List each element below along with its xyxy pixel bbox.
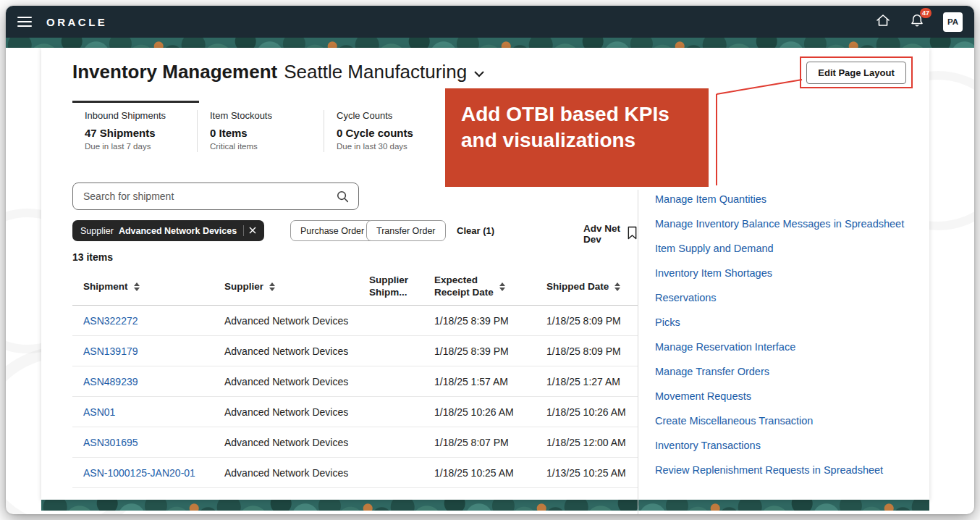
column-header-expected-receipt-date: Expected Receipt Date xyxy=(434,274,546,298)
page-title-main: Inventory Management xyxy=(72,61,277,83)
saved-search-label: Adv Net Dev xyxy=(583,223,620,245)
kpi-subtext: Due in last 30 days xyxy=(337,142,413,151)
expected-date-cell: 1/18/25 8:39 PM xyxy=(434,345,546,357)
task-link-inventory-item-shortages[interactable]: Inventory Item Shortages xyxy=(655,268,923,279)
table-header-row: Shipment Supplier Supplier Shipm... xyxy=(72,268,638,306)
sort-icon[interactable] xyxy=(499,282,505,291)
table-row: ASN01 Advanced Network Devices 1/18/25 1… xyxy=(72,397,638,427)
kpi-divider xyxy=(324,110,324,152)
shipment-search xyxy=(72,183,359,210)
column-header-supplier: Supplier xyxy=(224,281,369,292)
results-count: 13 items xyxy=(72,251,113,263)
filter-chip-supplier[interactable]: Supplier Advanced Network Devices xyxy=(72,220,264,241)
shipped-date-cell: 1/13/25 10:25 AM xyxy=(546,467,638,479)
kpi-subtext: Due in last 7 days xyxy=(85,142,166,151)
panel-divider xyxy=(638,190,638,514)
clear-filters-button[interactable]: Clear (1) xyxy=(457,225,494,236)
search-icon[interactable] xyxy=(336,190,350,206)
expected-date-cell: 1/18/25 10:25 AM xyxy=(434,467,546,479)
task-link-review-replenishment-requests[interactable]: Review Replenishment Requests in Spreads… xyxy=(655,465,923,476)
filter-chip-transfer-order[interactable]: Transfer Order xyxy=(366,220,446,241)
saved-search[interactable]: Adv Net Dev xyxy=(583,223,638,245)
global-header: ORACLE 47 PA xyxy=(6,6,974,38)
screenshot-stage: ORACLE 47 PA xyxy=(0,0,980,520)
task-link-manage-item-quantities[interactable]: Manage Item Quantities xyxy=(655,194,923,205)
shipment-link[interactable]: ASN301695 xyxy=(83,437,138,448)
task-link-manage-inventory-balance-messages[interactable]: Manage Inventory Balance Messages in Spr… xyxy=(655,219,923,230)
supplier-cell: Advanced Network Devices xyxy=(224,376,369,387)
table-row: ASN-1000125-JAN20-01 Advanced Network De… xyxy=(72,458,638,488)
shipment-link[interactable]: ASN322272 xyxy=(83,315,138,327)
sort-icon[interactable] xyxy=(269,282,275,291)
filter-chip-purchase-order[interactable]: Purchase Order xyxy=(290,220,374,241)
bookmark-icon[interactable] xyxy=(627,226,638,243)
hamburger-menu-icon[interactable] xyxy=(17,17,32,27)
column-header-shipment: Shipment xyxy=(83,281,224,292)
expected-date-cell: 1/18/25 1:57 AM xyxy=(434,376,546,387)
home-icon xyxy=(875,13,891,30)
home-button[interactable] xyxy=(875,13,891,30)
kpi-value: 0 Items xyxy=(210,127,272,139)
user-avatar[interactable]: PA xyxy=(943,12,963,32)
app-window: ORACLE 47 PA xyxy=(6,6,974,514)
table-row: ASN301695 Advanced Network Devices 1/18/… xyxy=(72,427,638,458)
shipped-date-cell: 1/18/25 8:09 PM xyxy=(546,315,638,327)
content-card: Inventory Management Seattle Manufacturi… xyxy=(41,48,929,500)
decorative-banner-top xyxy=(6,38,974,48)
notification-badge: 47 xyxy=(920,8,932,18)
notifications-button[interactable]: 47 xyxy=(910,13,924,30)
supplier-cell: Advanced Network Devices xyxy=(224,437,369,448)
task-link-inventory-transactions[interactable]: Inventory Transactions xyxy=(655,440,923,451)
shipment-link[interactable]: ASN489239 xyxy=(83,376,138,387)
task-link-item-supply-and-demand[interactable]: Item Supply and Demand xyxy=(655,243,923,254)
chip-divider xyxy=(243,225,244,236)
kpi-item-stockouts[interactable]: Item Stockouts 0 Items Critical items xyxy=(210,110,272,151)
chevron-down-icon xyxy=(473,61,485,83)
kpi-value: 0 Cycle counts xyxy=(337,127,413,139)
task-link-picks[interactable]: Picks xyxy=(655,317,923,328)
task-link-reservations[interactable]: Reservations xyxy=(655,293,923,303)
shipped-date-cell: 1/18/25 1:27 AM xyxy=(546,376,638,387)
annotation-line1: Add OTBI based KPIs xyxy=(461,101,693,127)
page-title[interactable]: Inventory Management Seattle Manufacturi… xyxy=(72,61,485,83)
annotation-highlight-rect: Edit Page Layout xyxy=(800,56,913,88)
shipment-link[interactable]: ASN-1000125-JAN20-01 xyxy=(83,467,195,479)
kpi-cycle-counts[interactable]: Cycle Counts 0 Cycle counts Due in last … xyxy=(337,110,413,151)
table-row: ASN489239 Advanced Network Devices 1/18/… xyxy=(72,366,638,397)
column-header-supplier-shipment: Supplier Shipm... xyxy=(369,274,434,298)
task-link-manage-transfer-orders[interactable]: Manage Transfer Orders xyxy=(655,366,923,377)
edit-page-layout-button[interactable]: Edit Page Layout xyxy=(806,62,905,84)
decorative-banner-bottom xyxy=(41,500,929,511)
shipped-date-cell: 1/18/25 8:09 PM xyxy=(546,345,638,357)
active-kpi-indicator xyxy=(72,101,199,103)
shipped-date-cell: 1/18/25 12:00 AM xyxy=(546,437,638,448)
supplier-cell: Advanced Network Devices xyxy=(224,406,369,418)
sort-icon[interactable] xyxy=(614,282,620,291)
shipment-link[interactable]: ASN139179 xyxy=(83,345,138,357)
task-link-movement-requests[interactable]: Movement Requests xyxy=(655,391,923,402)
table-row: ASN322272 Advanced Network Devices 1/18/… xyxy=(72,306,638,336)
task-link-create-miscellaneous-transaction[interactable]: Create Miscellaneous Transaction xyxy=(655,416,923,427)
task-link-manage-reservation-interface[interactable]: Manage Reservation Interface xyxy=(655,342,923,353)
expected-date-cell: 1/18/25 8:39 PM xyxy=(434,315,546,327)
shipment-link[interactable]: ASN01 xyxy=(83,406,115,418)
kpi-value: 47 Shipments xyxy=(85,127,166,139)
close-icon[interactable] xyxy=(249,226,256,236)
oracle-logo: ORACLE xyxy=(46,16,107,28)
chip-prefix: Supplier xyxy=(80,226,114,236)
page-title-context: Seattle Manufacturing xyxy=(284,61,467,83)
kpi-inbound-shipments[interactable]: Inbound Shipments 47 Shipments Due in la… xyxy=(85,110,166,151)
expected-date-cell: 1/18/25 10:26 AM xyxy=(434,406,546,418)
table-row: ASN139179 Advanced Network Devices 1/18/… xyxy=(72,336,638,366)
kpi-label: Cycle Counts xyxy=(337,110,413,121)
filter-bar: Supplier Advanced Network Devices Purcha… xyxy=(72,220,638,241)
kpi-divider xyxy=(197,110,198,152)
search-input[interactable] xyxy=(72,183,359,210)
sort-icon[interactable] xyxy=(134,282,140,291)
annotation-line2: and visualizations xyxy=(461,127,693,154)
kpi-label: Item Stockouts xyxy=(210,110,272,121)
supplier-cell: Advanced Network Devices xyxy=(224,467,369,479)
supplier-cell: Advanced Network Devices xyxy=(224,315,369,327)
shipped-date-cell: 1/18/25 10:26 AM xyxy=(546,406,638,418)
tasks-panel: Manage Item Quantities Manage Inventory … xyxy=(655,194,923,476)
